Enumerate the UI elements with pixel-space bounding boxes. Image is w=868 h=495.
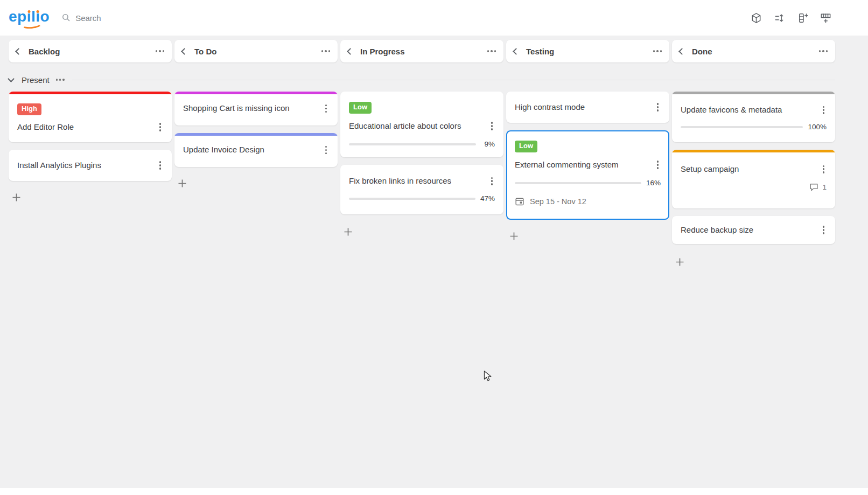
column-menu-icon[interactable] xyxy=(321,48,330,54)
add-card-button[interactable] xyxy=(509,232,519,242)
card-title: Reduce backup size xyxy=(681,225,753,235)
date-range-text: Sep 15 - Nov 12 xyxy=(530,197,586,206)
progress-bar: 47% xyxy=(349,194,495,203)
card-menu-icon[interactable] xyxy=(821,225,827,235)
card-menu-icon[interactable] xyxy=(157,122,163,132)
card-color-strip xyxy=(174,92,338,94)
column-testing: Testing High contrast mode Low External … xyxy=(506,40,669,242)
card-menu-icon[interactable] xyxy=(323,103,329,114)
priority-badge: Low xyxy=(515,141,537,152)
card-menu-icon[interactable] xyxy=(489,121,495,131)
card-title: Shopping Cart is missing icon xyxy=(183,103,290,114)
card-menu-icon[interactable] xyxy=(821,105,827,115)
column-menu-icon[interactable] xyxy=(653,48,662,54)
column-menu-icon[interactable] xyxy=(156,48,164,54)
progress-bar: 9% xyxy=(349,140,495,148)
card-title: External commenting system xyxy=(515,159,619,170)
card-external-commenting-system[interactable]: Low External commenting system 16% Sep 1… xyxy=(506,130,669,220)
card-menu-icon[interactable] xyxy=(655,159,661,170)
card-title: Fix broken links in resources xyxy=(349,176,451,186)
app-logo[interactable]: epılıo xyxy=(9,9,50,26)
column-in-progress: In Progress Low Educational article abou… xyxy=(340,40,503,238)
column-title: In Progress xyxy=(360,47,487,56)
column-title: Backlog xyxy=(29,47,156,56)
plus-icon xyxy=(12,193,21,202)
plus-icon xyxy=(178,179,187,188)
add-card-button[interactable] xyxy=(178,179,187,190)
card-color-strip xyxy=(672,92,835,94)
card-menu-icon[interactable] xyxy=(655,102,661,112)
priority-badge: Low xyxy=(349,102,372,114)
column-done: Done Update favicons & metadata 100% Set… xyxy=(672,40,835,268)
column-menu-icon[interactable] xyxy=(487,48,496,54)
card-menu-icon[interactable] xyxy=(489,176,495,186)
horizontal-scrollbar-track[interactable] xyxy=(0,488,868,495)
column-title: To Do xyxy=(194,47,321,56)
card-title: Educational article about colors xyxy=(349,121,461,131)
card-add-editor-role[interactable]: High Add Editor Role xyxy=(9,92,172,142)
collapse-column-icon[interactable] xyxy=(15,48,22,55)
card-title: High contrast mode xyxy=(515,102,585,113)
card-title: Install Analytics Plugins xyxy=(17,160,101,171)
package-icon[interactable] xyxy=(748,10,764,26)
plus-icon xyxy=(344,227,353,236)
add-card-button[interactable] xyxy=(344,227,353,238)
card-menu-icon[interactable] xyxy=(323,145,329,155)
card-educational-article-about-colors[interactable]: Low Educational article about colors 9% xyxy=(340,92,503,157)
collapse-column-icon[interactable] xyxy=(347,48,354,55)
card-color-strip xyxy=(9,92,172,94)
column-to-do: To Do Shopping Cart is missing icon Upda… xyxy=(174,40,338,190)
card-menu-icon[interactable] xyxy=(821,164,827,175)
mouse-cursor xyxy=(484,371,494,382)
card-title: Update favicons & metadata xyxy=(681,104,782,115)
progress-percent: 47% xyxy=(480,194,495,203)
progress-percent: 9% xyxy=(481,140,495,148)
collapse-column-icon[interactable] xyxy=(513,48,520,55)
progress-percent: 100% xyxy=(808,123,827,131)
column-title: Testing xyxy=(526,47,653,56)
column-header-to-do: To Do xyxy=(174,40,338,62)
collapse-column-icon[interactable] xyxy=(678,48,685,55)
search-bar xyxy=(61,13,748,23)
sort-icon[interactable] xyxy=(771,10,787,26)
card-dates: Sep 15 - Nov 12 xyxy=(515,197,661,206)
progress-bar: 16% xyxy=(515,179,661,187)
add-card-button[interactable] xyxy=(675,257,684,268)
card-high-contrast-mode[interactable]: High contrast mode xyxy=(506,92,669,123)
column-title: Done xyxy=(692,47,819,56)
column-header-testing: Testing xyxy=(506,40,669,62)
column-menu-icon[interactable] xyxy=(819,48,828,54)
card-fix-broken-links-in-resources[interactable]: Fix broken links in resources 47% xyxy=(340,165,503,214)
card-shopping-cart-is-missing-icon[interactable]: Shopping Cart is missing icon xyxy=(174,92,338,126)
add-card-button[interactable] xyxy=(12,193,21,204)
column-header-backlog: Backlog xyxy=(9,40,172,62)
comment-count: 1 xyxy=(681,183,827,192)
card-reduce-backup-size[interactable]: Reduce backup size xyxy=(672,216,835,244)
plus-icon xyxy=(509,232,519,241)
card-menu-icon[interactable] xyxy=(157,160,163,170)
column-backlog: Backlog High Add Editor Role Install Ana… xyxy=(9,40,172,204)
card-update-favicons-metadata[interactable]: Update favicons & metadata 100% xyxy=(672,92,835,142)
card-update-invoice-design[interactable]: Update Invoice Design xyxy=(174,133,338,167)
column-header-done: Done xyxy=(672,40,835,62)
progress-percent: 16% xyxy=(646,179,661,187)
card-color-strip xyxy=(174,133,338,136)
search-input[interactable] xyxy=(75,13,302,23)
kanban-board: Present Backlog High Add Editor Role Ins… xyxy=(0,36,868,488)
plus-icon xyxy=(675,257,684,267)
calendar-icon xyxy=(515,197,524,206)
card-title: Setup campaign xyxy=(681,164,739,175)
card-title: Add Editor Role xyxy=(17,122,74,133)
card-setup-campaign[interactable]: Setup campaign 1 xyxy=(672,150,835,208)
comment-count-text: 1 xyxy=(822,183,827,191)
add-swimlane-icon[interactable] xyxy=(817,10,834,26)
column-header-in-progress: In Progress xyxy=(340,40,503,62)
collapse-column-icon[interactable] xyxy=(181,48,188,55)
search-icon xyxy=(61,13,71,23)
priority-badge: High xyxy=(17,103,41,115)
add-column-icon[interactable] xyxy=(794,10,810,26)
card-install-analytics-plugins[interactable]: Install Analytics Plugins xyxy=(9,150,172,181)
top-bar: epılıo xyxy=(0,0,868,36)
progress-bar: 100% xyxy=(681,123,827,131)
card-title: Update Invoice Design xyxy=(183,144,264,155)
